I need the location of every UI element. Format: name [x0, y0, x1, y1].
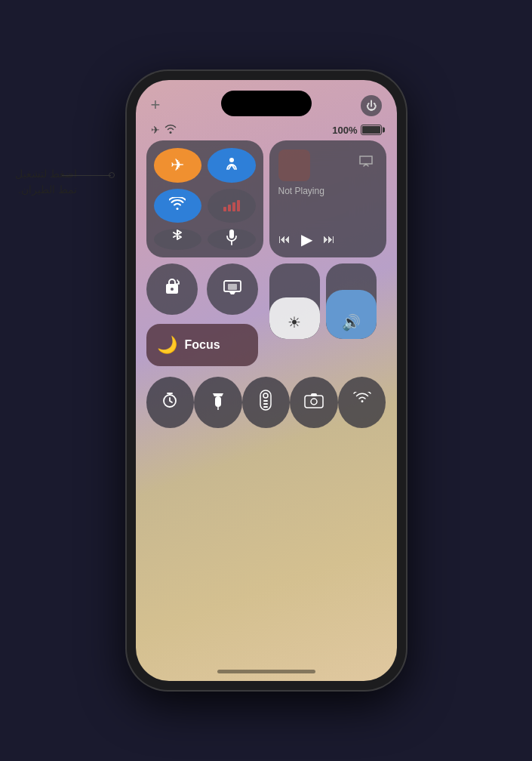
airplay-button[interactable]: [355, 149, 377, 172]
battery-fill: [362, 126, 380, 134]
status-left: ✈: [151, 124, 177, 136]
annotation-line1: اضغط لتشغيل: [15, 168, 77, 180]
timer-button[interactable]: [146, 377, 195, 428]
media-top: [278, 149, 377, 181]
airplane-status-icon: ✈: [151, 124, 160, 136]
svg-rect-1: [229, 230, 234, 239]
play-button[interactable]: ▶: [301, 230, 312, 248]
svg-rect-4: [228, 284, 237, 290]
brightness-icon: ☀: [288, 313, 301, 331]
timer-icon: [161, 391, 179, 414]
svg-rect-11: [263, 406, 268, 408]
prev-button[interactable]: ⏮: [278, 233, 291, 246]
airplane-mode-button[interactable]: ✈: [154, 148, 202, 183]
volume-icon: 🔊: [342, 313, 361, 331]
add-widget-button[interactable]: +: [151, 95, 161, 115]
screen-orientation-lock-button[interactable]: [146, 263, 198, 315]
brightness-slider[interactable]: ☀: [269, 263, 320, 339]
cell-bar-3: [232, 202, 235, 211]
flashlight-button[interactable]: [194, 377, 242, 428]
control-center: ✈: [146, 140, 386, 643]
second-row: [146, 263, 258, 315]
annotation-text: اضغط لتشغيل نمط الطيران.: [15, 166, 77, 198]
svg-rect-9: [263, 400, 268, 402]
apple-tv-remote-button[interactable]: [242, 377, 291, 428]
phone-body: ✈ 100%: [127, 71, 406, 690]
sliders-area: ☀ 🔊 ♥ ♪: [269, 263, 386, 339]
power-icon: ⏻: [366, 100, 377, 112]
svg-point-0: [229, 158, 234, 162]
battery-percentage: 100%: [332, 125, 357, 136]
annotation-pointer-line: [62, 175, 111, 176]
cell-bar-2: [228, 205, 231, 211]
cellular-button[interactable]: [208, 189, 256, 223]
connectivity-module: ✈: [146, 140, 263, 257]
svg-rect-6: [215, 396, 221, 407]
screen-mirror-icon: [223, 279, 241, 300]
mic-button[interactable]: [208, 229, 256, 250]
power-button[interactable]: ⏻: [361, 95, 382, 116]
not-playing-label: Not Playing: [278, 186, 377, 196]
focus-label: Focus: [185, 338, 220, 352]
mic-icon: [226, 229, 237, 250]
wifi-button[interactable]: [154, 189, 202, 223]
camera-button[interactable]: [290, 377, 338, 428]
svg-point-13: [311, 399, 317, 405]
camera-icon: [304, 392, 324, 413]
cellular-signal-button[interactable]: [338, 377, 386, 428]
focus-module[interactable]: 🌙 Focus: [146, 324, 258, 366]
annotation: اضغط لتشغيل نمط الطيران.: [15, 166, 77, 198]
bluetooth-icon: [172, 229, 183, 250]
status-right: 100%: [332, 125, 381, 136]
media-module: Not Playing ⏮ ▶ ⏭: [269, 140, 386, 257]
flashlight-icon: [211, 390, 226, 414]
cell-bar-1: [223, 207, 226, 211]
screen-mirror-button[interactable]: [207, 263, 258, 315]
svg-rect-12: [305, 396, 323, 408]
svg-point-8: [263, 393, 268, 398]
airdrop-icon: [223, 155, 240, 176]
status-bar: ✈ 100%: [151, 124, 382, 136]
volume-slider[interactable]: 🔊 ♥ ♪: [326, 263, 377, 339]
cellular-bars: [223, 200, 240, 211]
battery-icon: [361, 125, 382, 135]
cellular-wave-icon: [352, 392, 372, 413]
svg-rect-14: [311, 393, 317, 396]
airplane-icon: ✈: [171, 156, 184, 175]
svg-rect-10: [263, 403, 268, 405]
next-button[interactable]: ⏭: [323, 233, 335, 246]
phone-wrapper: اضغط لتشغيل نمط الطيران. ✈: [0, 0, 532, 761]
remote-icon: [260, 390, 272, 415]
album-art: [278, 149, 310, 181]
slider-row: ☀ 🔊 ♥ ♪: [269, 263, 386, 339]
bluetooth-button[interactable]: [154, 229, 202, 250]
media-controls: ⏮ ▶ ⏭: [278, 230, 377, 248]
airdrop-button[interactable]: [208, 148, 256, 183]
moon-icon: 🌙: [157, 335, 177, 355]
lock-rotation-icon: [163, 278, 181, 300]
phone-screen: ✈ 100%: [136, 80, 397, 681]
annotation-line2: نمط الطيران.: [18, 183, 77, 196]
wifi-icon: [169, 196, 186, 215]
home-indicator: [217, 670, 315, 673]
wifi-status-icon: [165, 124, 177, 136]
bottom-row: [146, 377, 386, 428]
dynamic-island: [221, 91, 312, 116]
cell-bar-4: [237, 200, 240, 211]
plus-icon: +: [151, 95, 161, 114]
